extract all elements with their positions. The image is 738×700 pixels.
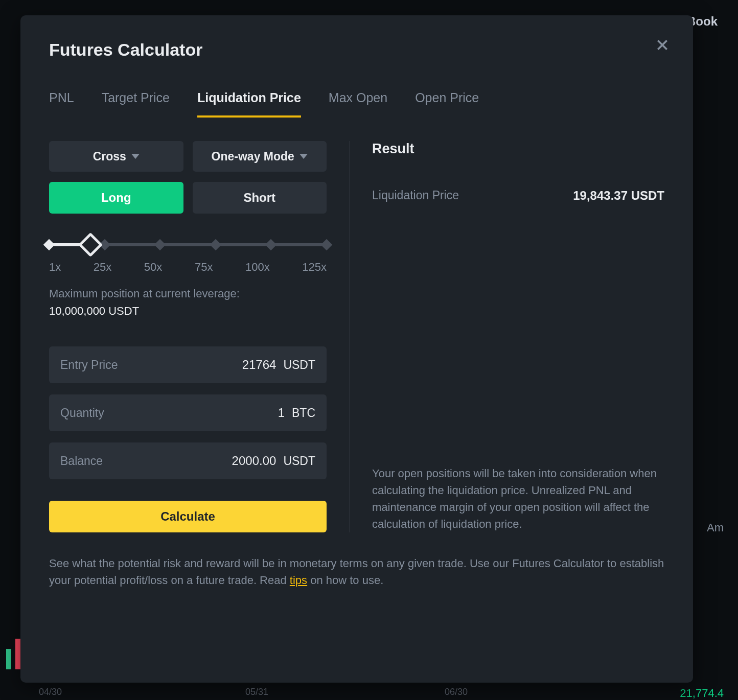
slider-label: 75x [195, 261, 213, 274]
slider-label: 50x [144, 261, 162, 274]
position-mode-label: One-way Mode [212, 150, 294, 164]
footer-note: See what the potential risk and reward w… [49, 555, 664, 589]
tab-target-price[interactable]: Target Price [102, 90, 170, 118]
position-mode-select[interactable]: One-way Mode [193, 141, 327, 172]
long-button[interactable]: Long [49, 182, 183, 214]
close-button[interactable] [652, 35, 673, 55]
quantity-input[interactable] [104, 406, 292, 420]
bg-date-2: 05/31 [245, 687, 268, 697]
tips-link[interactable]: tips [290, 574, 307, 587]
chevron-down-icon [299, 154, 308, 159]
result-value: 19,843.37 USDT [573, 189, 664, 203]
slider-label: 125x [302, 261, 327, 274]
max-position-value: 10,000,000 USDT [49, 305, 327, 318]
bg-price-green: 21,774.4 [680, 687, 724, 700]
slider-stop [265, 239, 277, 251]
entry-price-input[interactable] [118, 358, 283, 372]
chevron-down-icon [131, 154, 140, 159]
bg-label-am: Am [707, 521, 724, 534]
tab-liquidation-price[interactable]: Liquidation Price [197, 90, 301, 118]
close-icon [655, 37, 670, 53]
leverage-slider[interactable]: 1x 25x 50x 75x 100x 125x [49, 243, 327, 274]
quantity-row: Quantity BTC [49, 394, 327, 431]
slider-stop [43, 239, 55, 251]
slider-label: 25x [94, 261, 111, 274]
tabs: PNL Target Price Liquidation Price Max O… [49, 90, 664, 118]
result-panel: Result Liquidation Price 19,843.37 USDT … [350, 141, 664, 532]
slider-handle[interactable] [78, 232, 103, 257]
balance-row: Balance USDT [49, 442, 327, 479]
balance-label: Balance [60, 454, 103, 468]
tab-max-open[interactable]: Max Open [329, 90, 387, 118]
result-note: Your open positions will be taken into c… [372, 465, 664, 532]
result-label: Liquidation Price [372, 189, 459, 203]
entry-price-row: Entry Price USDT [49, 346, 327, 383]
result-title: Result [372, 141, 664, 157]
slider-labels: 1x 25x 50x 75x 100x 125x [49, 261, 327, 274]
footer-text-after: on how to use. [307, 574, 383, 587]
tab-pnl[interactable]: PNL [49, 90, 74, 118]
balance-input[interactable] [103, 454, 283, 468]
slider-stop [321, 239, 333, 251]
margin-mode-select[interactable]: Cross [49, 141, 183, 172]
slider-label: 100x [245, 261, 270, 274]
modal-title: Futures Calculator [49, 40, 664, 60]
slider-label: 1x [49, 261, 61, 274]
slider-stop [154, 239, 166, 251]
quantity-label: Quantity [60, 406, 104, 420]
entry-price-unit: USDT [283, 358, 315, 372]
tab-open-price[interactable]: Open Price [415, 90, 479, 118]
calculate-button[interactable]: Calculate [49, 501, 327, 532]
max-position-label: Maximum position at current leverage: [49, 287, 327, 300]
slider-stop [210, 239, 221, 251]
short-button[interactable]: Short [193, 182, 327, 214]
margin-mode-label: Cross [93, 150, 126, 164]
quantity-unit: BTC [292, 406, 315, 420]
entry-price-label: Entry Price [60, 358, 118, 372]
input-panel: Cross One-way Mode Long Short [49, 141, 350, 532]
bg-date-3: 06/30 [445, 687, 468, 697]
balance-unit: USDT [283, 454, 315, 468]
futures-calculator-modal: Futures Calculator PNL Target Price Liqu… [20, 15, 693, 683]
bg-date-1: 04/30 [39, 687, 62, 697]
